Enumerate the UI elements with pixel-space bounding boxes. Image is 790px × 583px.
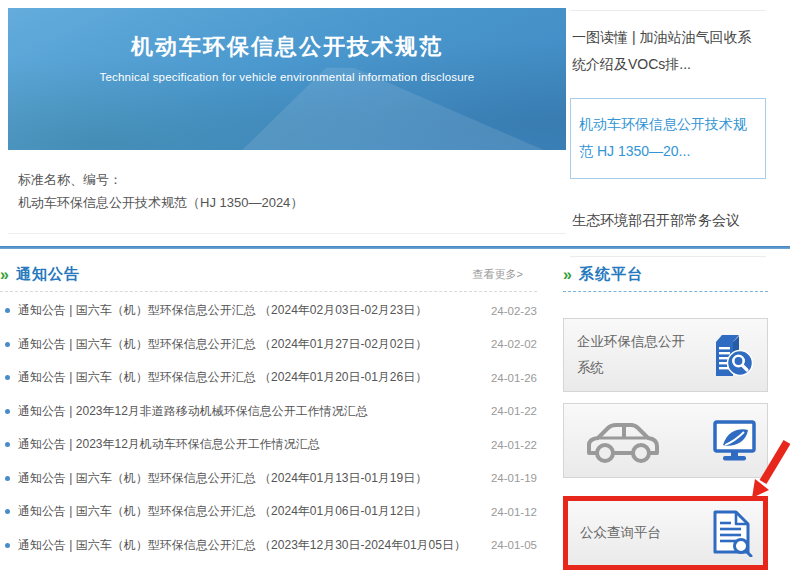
notice-text: 通知公告 | 国六车（机）型环保信息公开汇总 （2023年12月30日-2024…	[18, 537, 483, 554]
bullet-icon	[5, 409, 10, 414]
notice-row[interactable]: 通知公告 | 国六车（机）型环保信息公开汇总 （2024年01月27日-02月0…	[0, 328, 537, 362]
notice-text: 通知公告 | 国六车（机）型环保信息公开汇总 （2024年01月27日-02月0…	[18, 336, 483, 353]
platform-section: » 系统平台 企业环保信息公开系统	[563, 258, 768, 570]
bullet-icon	[5, 442, 10, 447]
notices-section: » 通知公告 查看更多> 通知公告 | 国六车（机）型环保信息公开汇总 （202…	[0, 258, 537, 562]
notice-date: 24-01-12	[491, 506, 537, 518]
building-search-icon	[709, 332, 754, 379]
standard-label: 标准名称、编号：	[18, 168, 566, 191]
section-divider	[0, 246, 790, 249]
notices-title: 通知公告	[16, 265, 80, 284]
notice-text: 通知公告 | 2023年12月机动车环保信息公开工作情况汇总	[18, 436, 483, 453]
view-more-link[interactable]: 查看更多>	[473, 267, 523, 282]
notice-list: 通知公告 | 国六车（机）型环保信息公开汇总 （2024年02月03日-02月2…	[0, 292, 537, 562]
page: 机动车环保信息公开技术规范 Technical specification fo…	[0, 0, 790, 583]
notice-row[interactable]: 通知公告 | 2023年12月非道路移动机械环保信息公开工作情况汇总 24-01…	[0, 395, 537, 429]
monitor-leaf-icon	[711, 419, 757, 463]
car-icon	[584, 419, 662, 463]
banner-title: 机动车环保信息公开技术规范	[8, 32, 566, 62]
platform-title: 系统平台	[579, 265, 643, 284]
news-sidebar: 一图读懂 | 加油站油气回收系统介绍及VOCs排... 机动车环保信息公开技术规…	[570, 10, 766, 257]
bullet-icon	[5, 342, 10, 347]
notice-date: 24-01-22	[491, 405, 537, 417]
notice-row[interactable]: 通知公告 | 国六车（机）型环保信息公开汇总 （2024年01月06日-01月1…	[0, 495, 537, 529]
bullet-icon	[5, 375, 10, 380]
platform-card-label: 公众查询平台	[580, 520, 698, 546]
bullet-icon	[5, 476, 10, 481]
document-search-icon	[711, 509, 753, 557]
notice-row[interactable]: 通知公告 | 国六车（机）型环保信息公开汇总 （2024年01月20日-01月2…	[0, 361, 537, 395]
double-chevron-icon: »	[0, 267, 9, 283]
notice-text: 通知公告 | 国六车（机）型环保信息公开汇总 （2024年01月06日-01月1…	[18, 503, 483, 520]
notices-header: » 通知公告 查看更多>	[0, 258, 537, 292]
notice-text: 通知公告 | 国六车（机）型环保信息公开汇总 （2024年02月03日-02月2…	[18, 302, 483, 319]
double-chevron-icon: »	[563, 267, 572, 283]
bullet-icon	[5, 308, 10, 313]
banner-image[interactable]: 机动车环保信息公开技术规范 Technical specification fo…	[8, 8, 566, 150]
notice-text: 通知公告 | 2023年12月非道路移动机械环保信息公开工作情况汇总	[18, 403, 483, 420]
news-sidebar-item[interactable]: 一图读懂 | 加油站油气回收系统介绍及VOCs排...	[570, 11, 766, 92]
platform-header: » 系统平台	[563, 258, 768, 292]
banner-subtitle: Technical specification for vehicle envi…	[8, 71, 566, 83]
platform-card-enterprise-system[interactable]: 企业环保信息公开系统	[563, 318, 768, 392]
news-sidebar-item-active[interactable]: 机动车环保信息公开技术规范 HJ 1350—20...	[570, 98, 766, 179]
standard-value: 机动车环保信息公开技术规范（HJ 1350—2024）	[18, 191, 566, 214]
bullet-icon	[5, 543, 10, 548]
platform-card-public-query[interactable]: 公众查询平台	[563, 496, 768, 570]
notice-row[interactable]: 通知公告 | 国六车（机）型环保信息公开汇总 （2024年02月03日-02月2…	[0, 294, 537, 328]
platform-card-label: 企业环保信息公开系统	[577, 329, 695, 381]
notice-row[interactable]: 通知公告 | 2023年12月机动车环保信息公开工作情况汇总 24-01-22	[0, 428, 537, 462]
notice-text: 通知公告 | 国六车（机）型环保信息公开汇总 （2024年01月13日-01月1…	[18, 470, 483, 487]
notice-date: 24-01-22	[491, 439, 537, 451]
notice-date: 24-01-05	[491, 539, 537, 551]
notice-date: 24-02-23	[491, 305, 537, 317]
notice-date: 24-01-26	[491, 372, 537, 384]
notice-date: 24-02-02	[491, 338, 537, 350]
notice-row[interactable]: 通知公告 | 国六车（机）型环保信息公开汇总 （2024年01月13日-01月1…	[0, 462, 537, 496]
platform-card-vehicle-system[interactable]	[563, 403, 768, 478]
notice-date: 24-01-19	[491, 472, 537, 484]
standard-info: 标准名称、编号： 机动车环保信息公开技术规范（HJ 1350—2024）	[8, 150, 566, 234]
bullet-icon	[5, 509, 10, 514]
notice-row[interactable]: 通知公告 | 国六车（机）型环保信息公开汇总 （2023年12月30日-2024…	[0, 529, 537, 563]
notice-text: 通知公告 | 国六车（机）型环保信息公开汇总 （2024年01月20日-01月2…	[18, 369, 483, 386]
